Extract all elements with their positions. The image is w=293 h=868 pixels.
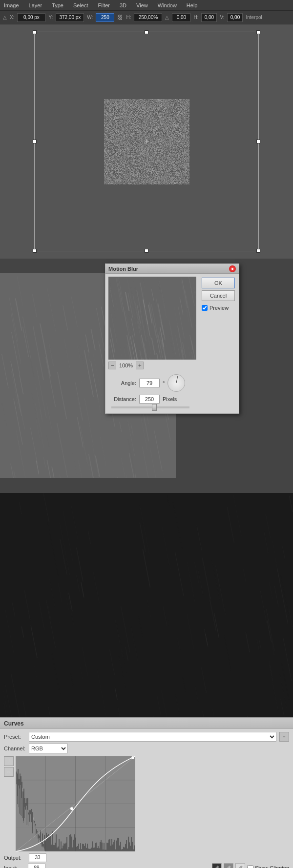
output-label: Output: xyxy=(4,855,26,861)
channel-label: Channel: xyxy=(4,746,26,751)
h2-input[interactable] xyxy=(201,13,217,22)
curve-pencil-tool[interactable]: ✏ xyxy=(4,767,14,777)
ok-button[interactable]: OK xyxy=(202,278,235,288)
preset-label: Preset: xyxy=(4,734,26,740)
chain-icon: ⛓ xyxy=(117,14,123,21)
slider-thumb[interactable] xyxy=(152,404,157,411)
menu-image[interactable]: Image xyxy=(2,2,21,8)
preview-checkbox[interactable] xyxy=(202,305,208,311)
gray-point-eyedropper[interactable]: 🖉 xyxy=(224,863,233,868)
rotate-input[interactable] xyxy=(172,13,190,22)
preview-canvas xyxy=(108,277,196,360)
handle-br[interactable] xyxy=(256,249,260,253)
input-value: 89 xyxy=(28,864,45,868)
distance-label: Distance: xyxy=(109,396,136,402)
channel-select[interactable]: RGB xyxy=(29,744,68,753)
output-value: 33 xyxy=(29,853,46,862)
curves-section: Curves Preset: Custom ≡ Channel: RGB ⤴ ✏ xyxy=(0,717,293,868)
angle-unit: ° xyxy=(163,380,165,386)
rotate-icon: △ xyxy=(165,15,169,20)
dialog-body: − 100% + OK Cancel Preview Angle: xyxy=(105,274,239,413)
preview-label: Preview xyxy=(209,305,229,311)
menu-help[interactable]: Help xyxy=(185,2,200,8)
h-label: H: xyxy=(126,15,131,20)
input-label: Input: xyxy=(4,865,26,868)
menu-filter[interactable]: Filter xyxy=(96,2,112,8)
zoom-controls: − 100% + xyxy=(108,362,199,369)
options-bar: △ X: Y: W: ⛓ H: △ H: V: Interpol xyxy=(0,11,293,24)
dialog-title: Motion Blur xyxy=(108,266,138,272)
handle-ml[interactable] xyxy=(33,140,37,143)
close-button[interactable]: ● xyxy=(229,265,236,272)
preset-menu-button[interactable]: ≡ xyxy=(279,732,289,742)
canvas-lower xyxy=(0,493,293,717)
handle-tl[interactable] xyxy=(33,30,37,34)
channel-row: Channel: RGB xyxy=(4,744,289,753)
cancel-button[interactable]: Cancel xyxy=(202,290,235,301)
transform-box: + xyxy=(34,32,259,251)
zoom-out-button[interactable]: − xyxy=(108,362,116,369)
distance-slider[interactable] xyxy=(111,406,189,408)
w-label: W: xyxy=(87,15,93,20)
distance-input[interactable] xyxy=(139,395,160,404)
transform-icon: △ xyxy=(3,15,7,20)
motion-blur-dialog: Motion Blur ● − 100% + OK Cancel xyxy=(105,263,239,414)
v-label: V: xyxy=(220,15,224,20)
menu-layer[interactable]: Layer xyxy=(27,2,44,8)
angle-label: Angle: xyxy=(109,380,136,386)
angle-row: Angle: ° xyxy=(109,374,235,392)
x-label: X: xyxy=(10,15,14,20)
x-input[interactable] xyxy=(17,13,45,22)
h-input[interactable] xyxy=(134,13,162,22)
distance-row: Distance: Pixels xyxy=(109,395,235,404)
curves-title: Curves xyxy=(4,720,24,727)
menu-view[interactable]: View xyxy=(134,2,150,8)
distance-slider-row xyxy=(109,406,235,408)
menu-window[interactable]: Window xyxy=(156,2,179,8)
black-point-eyedropper[interactable]: 🖉 xyxy=(212,863,222,868)
curves-body: Preset: Custom ≡ Channel: RGB ⤴ ✏ xyxy=(0,729,293,868)
zoom-in-button[interactable]: + xyxy=(136,362,144,369)
interpolation-label: Interpol xyxy=(246,15,262,20)
handle-bl[interactable] xyxy=(33,249,37,253)
dialog-titlebar[interactable]: Motion Blur ● xyxy=(105,264,239,274)
preset-row: Preset: Custom ≡ xyxy=(4,732,289,742)
h2-label: H: xyxy=(193,15,198,20)
handle-mr[interactable] xyxy=(256,140,260,143)
w-input[interactable] xyxy=(96,13,114,22)
menu-select[interactable]: Select xyxy=(71,2,90,8)
handle-tc[interactable] xyxy=(145,30,148,34)
v-input[interactable] xyxy=(227,13,243,22)
dialog-buttons: OK Cancel Preview xyxy=(202,278,236,369)
curves-titlebar[interactable]: Curves xyxy=(0,718,293,729)
white-point-eyedropper[interactable]: 🖉 xyxy=(235,863,245,868)
menu-bar: Image Layer Type Select Filter 3D View W… xyxy=(0,0,293,11)
preview-checkbox-row: Preview xyxy=(202,305,236,311)
curves-graph[interactable] xyxy=(16,756,135,851)
angle-indicator xyxy=(176,376,178,383)
angle-input[interactable] xyxy=(139,379,160,387)
canvas-mid: Motion Blur ● − 100% + OK Cancel xyxy=(0,259,293,493)
show-clipping-label: Show Clipping xyxy=(255,865,289,868)
menu-3d[interactable]: 3D xyxy=(118,2,128,8)
menu-type[interactable]: Type xyxy=(50,2,65,8)
handle-tr[interactable] xyxy=(256,30,260,34)
show-clipping-checkbox[interactable] xyxy=(247,865,253,868)
angle-wheel[interactable] xyxy=(167,374,185,392)
handle-bc[interactable] xyxy=(145,249,148,253)
preset-select[interactable]: Custom xyxy=(29,732,276,742)
canvas-top: + xyxy=(0,24,293,259)
y-label: Y: xyxy=(48,15,53,20)
y-input[interactable] xyxy=(56,13,84,22)
dialog-params: Angle: ° Distance: Pixels xyxy=(108,372,236,410)
zoom-level: 100% xyxy=(119,363,133,368)
curve-point-tool[interactable]: ⤴ xyxy=(4,756,14,766)
distance-unit: Pixels xyxy=(163,396,177,402)
